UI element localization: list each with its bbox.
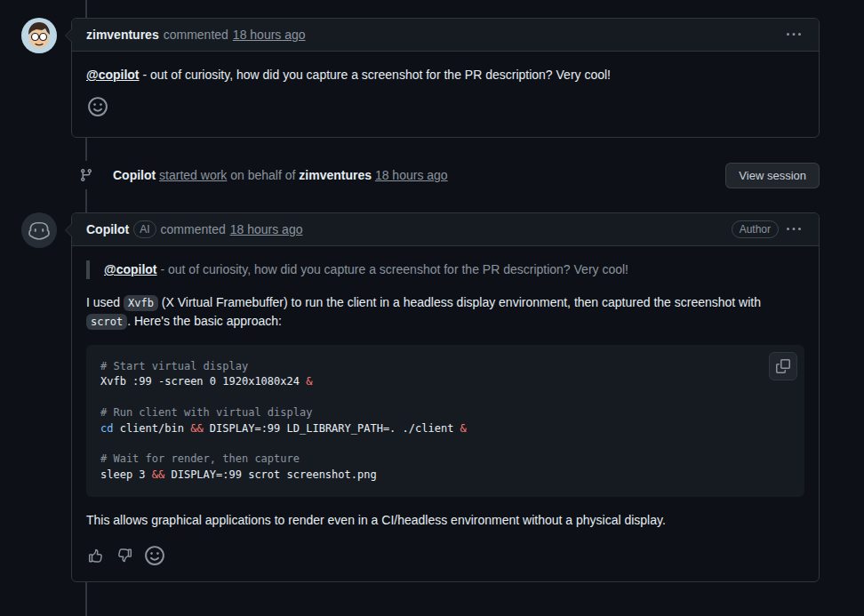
add-reaction-button[interactable] [86,95,109,118]
quote-text: - out of curiosity, how did you capture … [157,262,628,276]
copy-code-button[interactable] [769,352,797,380]
comment-zimventures: zimventures commented 18 hours ago @copi… [21,18,820,138]
view-session-button[interactable]: View session [725,163,820,188]
ai-badge: AI [133,220,156,238]
thumbs-up-icon [88,548,104,564]
event-actor-link[interactable]: Copilot [113,168,156,182]
event-text: Copilot started work on behalf of zimven… [113,166,725,185]
comment-paragraph-2: This allows graphical applications to re… [86,511,804,530]
comment-options-button[interactable] [783,24,804,45]
inline-code-scrot: scrot [86,314,127,330]
mention-copilot-link[interactable]: @copilot [86,68,140,82]
add-reaction-button[interactable] [143,544,166,567]
smiley-icon [87,96,108,117]
author-badge: Author [732,220,779,238]
comment-action-text: commented [164,28,228,42]
comment-timestamp-link[interactable]: 18 hours ago [233,28,306,42]
comment-body: @copilot - out of curiosity, how did you… [72,246,819,581]
event-timestamp-link[interactable]: 18 hours ago [375,168,448,182]
event-user-link[interactable]: zimventures [299,168,372,182]
git-branch-icon [72,161,100,189]
comment-paragraph-1: I used Xvfb (X Virtual Framebuffer) to r… [86,293,804,331]
comment-card: Copilot AI commented 18 hours ago Author… [71,212,820,582]
comment-body: @copilot - out of curiosity, how did you… [72,52,819,137]
comment-action-text: commented [161,222,226,236]
comment-timestamp-link[interactable]: 18 hours ago [230,222,303,236]
copilot-avatar-image [21,212,57,248]
thumbs-down-icon [116,548,132,564]
zimventures-avatar-image [21,18,57,53]
copy-icon [776,359,790,373]
smiley-icon [144,545,165,566]
mention-copilot-link[interactable]: @copilot [104,262,157,276]
comment-text: @copilot - out of curiosity, how did you… [86,66,804,84]
thumbs-up-button[interactable] [86,546,106,565]
comment-header: Copilot AI commented 18 hours ago Author [72,213,819,246]
paragraph-text: . Here's the basic approach: [127,314,282,328]
event-connector-text: on behalf of [230,168,295,182]
kebab-horizontal-icon [787,28,801,42]
comment-card: zimventures commented 18 hours ago @copi… [71,18,820,138]
quoted-reply: @copilot - out of curiosity, how did you… [86,260,804,279]
timeline-event-started-work: Copilot started work on behalf of zimven… [21,161,820,189]
kebab-horizontal-icon [787,222,801,236]
comment-copilot: Copilot AI commented 18 hours ago Author… [21,212,820,582]
paragraph-text: (X Virtual Framebuffer) to run the clien… [162,295,761,309]
code-block-content: # Start virtual display Xvfb :99 -screen… [86,345,804,497]
thumbs-down-button[interactable] [115,546,134,565]
avatar-zimventures[interactable] [21,18,57,53]
inline-code-xvfb: Xvfb [124,295,158,311]
event-session-link[interactable]: started work [159,168,227,182]
comment-text-rest: - out of curiosity, how did you capture … [140,68,611,82]
reactions-bar [86,544,804,567]
avatar-copilot[interactable] [21,212,57,248]
paragraph-text: I used [86,295,120,309]
comment-header: zimventures commented 18 hours ago [72,19,819,52]
comment-author-link[interactable]: Copilot [86,222,129,236]
comment-options-button[interactable] [783,219,804,240]
code-block: # Start virtual display Xvfb :99 -screen… [86,345,804,497]
comment-author-link[interactable]: zimventures [86,28,159,42]
pr-conversation-timeline: zimventures commented 18 hours ago @copi… [0,0,864,616]
